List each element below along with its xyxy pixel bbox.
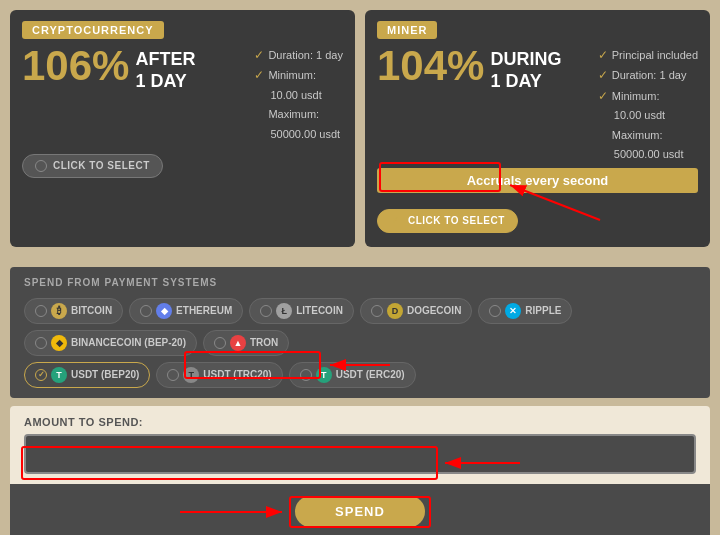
- ethereum-icon: ◆: [156, 303, 172, 319]
- dogecoin-option[interactable]: D DOGECOIN: [360, 298, 472, 324]
- miner-select-button[interactable]: CLICK TO SELECT: [377, 209, 518, 233]
- miner-details: ✓Principal included ✓Duration: 1 day ✓Mi…: [598, 45, 698, 164]
- bitcoin-label: BITCOIN: [71, 305, 112, 316]
- dogecoin-label: DOGECOIN: [407, 305, 461, 316]
- crypto-details: ✓Duration: 1 day ✓Minimum: 10.00 usdt ✓M…: [254, 45, 343, 144]
- usdt-trc20-label: USDT (TRC20): [203, 369, 271, 380]
- crypto-radio: [35, 160, 47, 172]
- usdt-erc20-option[interactable]: T USDT (ERC20): [289, 362, 416, 388]
- crypto-after: AFTER 1 DAY: [135, 49, 195, 92]
- dogecoin-icon: D: [387, 303, 403, 319]
- usdt-erc20-radio: [300, 369, 312, 381]
- dogecoin-radio: [371, 305, 383, 317]
- usdt-bep20-radio: [35, 369, 47, 381]
- litecoin-icon: Ł: [276, 303, 292, 319]
- miner-badge: MINER: [377, 21, 437, 39]
- tron-label: TRON: [250, 337, 278, 348]
- ripple-radio: [489, 305, 501, 317]
- binance-radio: [35, 337, 47, 349]
- miner-card: MINER 104% DURING 1 DAY ✓Principal inclu…: [365, 10, 710, 247]
- crypto-badge: CRYPTOCURRENCY: [22, 21, 164, 39]
- ripple-option[interactable]: ✕ RIPPLE: [478, 298, 572, 324]
- litecoin-option[interactable]: Ł LITECOIN: [249, 298, 354, 324]
- ripple-icon: ✕: [505, 303, 521, 319]
- crypto-percent: 106%: [22, 45, 129, 87]
- usdt-erc20-label: USDT (ERC20): [336, 369, 405, 380]
- litecoin-label: LITECOIN: [296, 305, 343, 316]
- accruals-banner: Accruals every second: [377, 168, 698, 193]
- usdt-trc20-option[interactable]: T USDT (TRC20): [156, 362, 282, 388]
- amount-label: AMOUNT TO SPEND:: [24, 416, 696, 428]
- ethereum-option[interactable]: ◆ ETHEREUM: [129, 298, 243, 324]
- usdt-trc20-radio: [167, 369, 179, 381]
- amount-input[interactable]: [24, 434, 696, 474]
- binance-option[interactable]: ◆ BINANCECOIN (BEP-20): [24, 330, 197, 356]
- ripple-label: RIPPLE: [525, 305, 561, 316]
- miner-percent: 104%: [377, 45, 484, 87]
- crypto-select-button[interactable]: CLICK TO SELECT: [22, 154, 163, 178]
- usdt-trc20-icon: T: [183, 367, 199, 383]
- tron-icon: ▲: [230, 335, 246, 351]
- amount-section: AMOUNT TO SPEND:: [10, 406, 710, 484]
- payment-section: SPEND FROM PAYMENT SYSTEMS ₿ BITCOIN ◆ E…: [10, 267, 710, 398]
- litecoin-radio: [260, 305, 272, 317]
- cryptocurrency-card: CRYPTOCURRENCY 106% AFTER 1 DAY ✓Duratio…: [10, 10, 355, 247]
- usdt-erc20-icon: T: [316, 367, 332, 383]
- usdt-bep20-icon: T: [51, 367, 67, 383]
- binance-label: BINANCECOIN (BEP-20): [71, 337, 186, 348]
- bitcoin-option[interactable]: ₿ BITCOIN: [24, 298, 123, 324]
- bitcoin-icon: ₿: [51, 303, 67, 319]
- bottom-section: SPEND: [10, 484, 710, 535]
- usdt-bep20-option[interactable]: T USDT (BEP20): [24, 362, 150, 388]
- spend-button[interactable]: SPEND: [295, 496, 425, 527]
- binance-icon: ◆: [51, 335, 67, 351]
- payment-options-row2: T USDT (BEP20) T USDT (TRC20) T USDT (ER…: [24, 362, 696, 388]
- ethereum-radio: [140, 305, 152, 317]
- tron-option[interactable]: ▲ TRON: [203, 330, 289, 356]
- cards-section: CRYPTOCURRENCY 106% AFTER 1 DAY ✓Duratio…: [0, 0, 720, 255]
- bitcoin-radio: [35, 305, 47, 317]
- ethereum-label: ETHEREUM: [176, 305, 232, 316]
- miner-during: DURING 1 DAY: [490, 49, 561, 92]
- payment-label: SPEND FROM PAYMENT SYSTEMS: [24, 277, 696, 288]
- payment-options-row: ₿ BITCOIN ◆ ETHEREUM Ł LITECOIN D DOGECO…: [24, 298, 696, 356]
- tron-radio: [214, 337, 226, 349]
- miner-radio: [390, 215, 402, 227]
- usdt-bep20-label: USDT (BEP20): [71, 369, 139, 380]
